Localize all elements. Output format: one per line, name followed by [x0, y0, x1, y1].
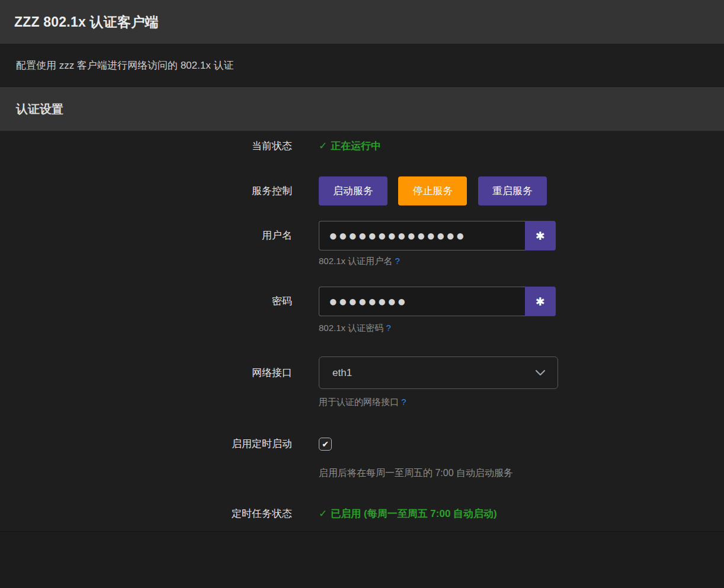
asterisk-icon: ✱: [536, 229, 545, 243]
password-row: 密码 ✱ 802.1x 认证密码 ?: [0, 287, 724, 334]
checkmark-icon: ✔: [322, 439, 329, 449]
page-description: 配置使用 zzz 客户端进行网络访问的 802.1x 认证: [0, 44, 724, 87]
stop-service-button[interactable]: 停止服务: [398, 176, 467, 205]
section-title: 认证设置: [16, 101, 63, 117]
username-reveal-button[interactable]: ✱: [525, 221, 556, 250]
page: ZZZ 802.1x 认证客户端 配置使用 zzz 客户端进行网络访问的 802…: [0, 0, 724, 582]
password-help-icon[interactable]: ?: [386, 323, 390, 333]
schedule-enable-label: 启用定时启动: [0, 438, 319, 451]
section-header: 认证设置: [0, 87, 724, 131]
current-status-value: ✓正在运行中: [319, 140, 381, 152]
restart-service-button[interactable]: 重启服务: [478, 176, 547, 205]
status-check-icon: ✓: [319, 140, 327, 152]
status-check-icon: ✓: [319, 508, 327, 519]
titlebar: ZZZ 802.1x 认证客户端: [0, 0, 724, 44]
username-help-icon[interactable]: ?: [395, 256, 399, 266]
asterisk-icon: ✱: [536, 295, 545, 309]
chevron-down-icon: [535, 369, 546, 377]
cron-status-value: ✓已启用 (每周一至周五 7:00 自动启动): [319, 508, 497, 519]
password-hint: 802.1x 认证密码 ?: [319, 322, 724, 334]
interface-help-icon[interactable]: ?: [401, 397, 406, 407]
service-control-row: 服务控制 启动服务 停止服务 重启服务: [0, 176, 724, 205]
username-input[interactable]: [319, 221, 525, 250]
cron-status-row: 定时任务状态 ✓已启用 (每周一至周五 7:00 自动启动): [0, 507, 724, 520]
password-input[interactable]: [319, 287, 525, 316]
schedule-enable-row: 启用定时启动 ✔ 启用后将在每周一至周五的 7:00 自动启动服务: [0, 438, 724, 479]
schedule-enable-hint: 启用后将在每周一至周五的 7:00 自动启动服务: [319, 467, 724, 479]
footer-space: [0, 532, 724, 582]
username-row: 用户名 ✱ 802.1x 认证用户名 ?: [0, 221, 724, 267]
schedule-enable-checkbox[interactable]: ✔: [319, 438, 332, 451]
start-service-button[interactable]: 启动服务: [319, 176, 387, 205]
password-reveal-button[interactable]: ✱: [525, 287, 556, 316]
interface-select[interactable]: eth1: [319, 356, 558, 389]
interface-hint: 用于认证的网络接口 ?: [319, 396, 724, 408]
password-label: 密码: [0, 287, 319, 316]
interface-label: 网络接口: [0, 356, 319, 389]
cron-status-label: 定时任务状态: [0, 507, 319, 520]
page-title: ZZZ 802.1x 认证客户端: [14, 13, 158, 31]
page-description-text: 配置使用 zzz 客户端进行网络访问的 802.1x 认证: [16, 59, 233, 72]
interface-row: 网络接口 eth1 用于认证的网络接口 ?: [0, 356, 724, 408]
username-label: 用户名: [0, 221, 319, 250]
current-status-row: 当前状态 ✓正在运行中: [0, 140, 724, 153]
current-status-label: 当前状态: [0, 140, 319, 153]
auth-settings-form: 当前状态 ✓正在运行中 服务控制 启动服务 停止服务 重启服务 用户名: [0, 131, 724, 532]
interface-select-value: eth1: [332, 367, 535, 379]
username-hint: 802.1x 认证用户名 ?: [319, 255, 724, 267]
service-control-label: 服务控制: [0, 176, 319, 205]
